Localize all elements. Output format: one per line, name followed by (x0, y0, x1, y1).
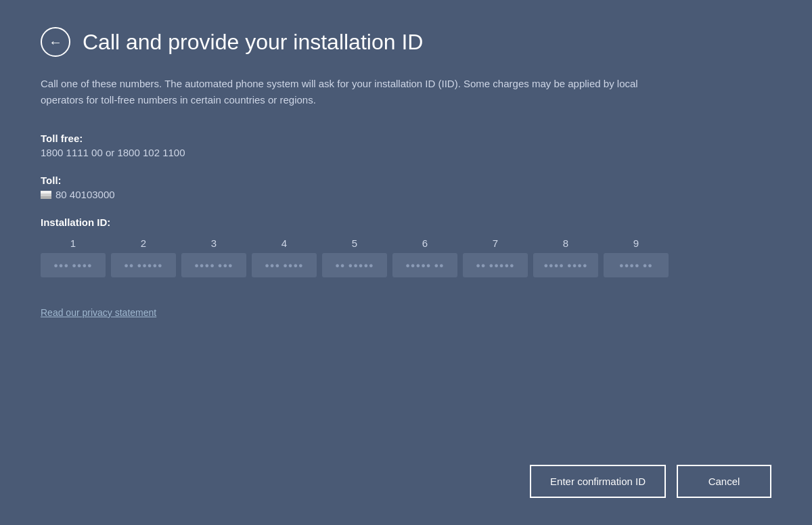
col-num-6: 6 (392, 237, 457, 249)
page-container: ← Call and provide your installation ID … (0, 0, 812, 525)
id-columns-header: 1 2 3 4 5 6 7 8 9 (41, 237, 771, 249)
enter-confirmation-button[interactable]: Enter confirmation ID (530, 465, 666, 498)
id-box-text-9: ●●●● ●● (619, 261, 653, 269)
col-num-7: 7 (463, 237, 528, 249)
flag-icon (41, 191, 51, 199)
id-box-text-7: ●● ●●●●● (476, 261, 515, 269)
id-box-6: ●●●●● ●● (392, 253, 457, 277)
col-num-8: 8 (533, 237, 598, 249)
id-box-text-3: ●●●● ●●● (194, 261, 233, 269)
toll-number: 80 40103000 (55, 189, 115, 200)
id-box-text-1: ●●● ●●●● (53, 261, 93, 269)
col-num-1: 1 (41, 237, 106, 249)
footer-buttons: Enter confirmation ID Cancel (41, 451, 771, 498)
id-box-text-2: ●● ●●●●● (124, 261, 163, 269)
col-num-5: 5 (322, 237, 387, 249)
toll-value: 80 40103000 (41, 189, 771, 200)
id-box-8: ●●●● ●●●● (533, 253, 598, 277)
id-box-text-5: ●● ●●●●● (335, 261, 374, 269)
description-text: Call one of these numbers. The automated… (41, 76, 650, 108)
id-boxes-row: ●●● ●●●● ●● ●●●●● ●●●● ●●● ●●● ●●●● ●● ●… (41, 253, 771, 277)
col-num-9: 9 (604, 237, 669, 249)
col-num-2: 2 (111, 237, 176, 249)
id-box-text-4: ●●● ●●●● (265, 261, 304, 269)
id-box-1: ●●● ●●●● (41, 253, 106, 277)
toll-free-value: 1800 1111 00 or 1800 102 1100 (41, 147, 771, 158)
id-box-2: ●● ●●●●● (111, 253, 176, 277)
id-box-text-8: ●●●● ●●●● (543, 261, 587, 269)
id-box-3: ●●●● ●●● (181, 253, 246, 277)
installation-id-label: Installation ID: (41, 216, 771, 228)
col-num-4: 4 (252, 237, 317, 249)
toll-section: Toll: 80 40103000 (41, 175, 771, 200)
privacy-link[interactable]: Read our privacy statement (41, 307, 771, 318)
id-box-7: ●● ●●●●● (463, 253, 528, 277)
header: ← Call and provide your installation ID (41, 27, 771, 57)
back-arrow-icon: ← (49, 35, 62, 49)
col-num-3: 3 (181, 237, 246, 249)
toll-label: Toll: (41, 175, 771, 186)
id-box-text-6: ●●●●● ●● (405, 261, 445, 269)
id-box-5: ●● ●●●●● (322, 253, 387, 277)
back-button[interactable]: ← (41, 27, 70, 57)
installation-id-section: Installation ID: 1 2 3 4 5 6 7 8 9 ●●● ●… (41, 216, 771, 277)
toll-free-section: Toll free: 1800 1111 00 or 1800 102 1100 (41, 133, 771, 158)
id-box-4: ●●● ●●●● (252, 253, 317, 277)
toll-free-label: Toll free: (41, 133, 771, 144)
cancel-button[interactable]: Cancel (677, 465, 771, 498)
id-box-9: ●●●● ●● (604, 253, 669, 277)
page-title: Call and provide your installation ID (83, 30, 423, 55)
